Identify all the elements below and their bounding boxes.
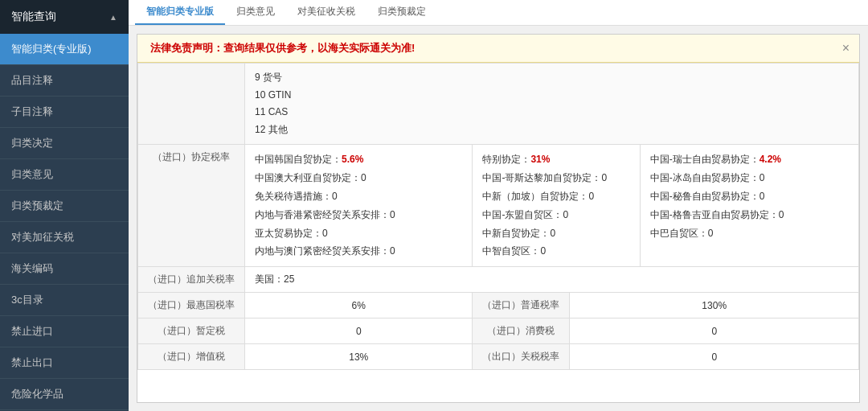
table-row-items: 9 货号10 GTIN11 CAS12 其他: [138, 64, 859, 145]
rate-line: 中国-瑞士自由贸易协定：4.2%: [650, 150, 849, 169]
table-row-additional-rate: （进口）追加关税率 美国：25: [138, 267, 859, 293]
disclaimer-text: 法律免责声明：查询结果仅供参考，以海关实际通关为准!: [137, 35, 859, 63]
tab-0[interactable]: 智能归类专业版: [135, 0, 225, 25]
rate-line: 亚太贸易协定：0: [255, 224, 462, 243]
rate-line: 内地与香港紧密经贸关系安排：0: [255, 206, 462, 224]
sidebar-item-5[interactable]: 归类预裁定: [0, 191, 129, 222]
modal-close-button[interactable]: ×: [842, 41, 850, 55]
sidebar-item-1[interactable]: 品目注释: [0, 65, 129, 97]
mfn-rate-header: （进口）最惠国税率: [138, 293, 245, 319]
protocol-rate-col3: 中国-瑞士自由贸易协定：4.2%中国-冰岛自由贸易协定：0中国-秘鲁自由贸易协定…: [640, 145, 858, 267]
rate-line: 中国韩国自贸协定：5.6%: [255, 150, 462, 169]
protocol-rate-col1: 中国韩国自贸协定：5.6%中国澳大利亚自贸协定：0免关税待遇措施：0内地与香港紧…: [245, 145, 473, 267]
general-rate-header: （进口）普通税率: [473, 293, 570, 319]
table-row-provisional-consumption: （进口）暂定税 0 （进口）消费税 0: [138, 319, 859, 344]
tab-2[interactable]: 对美征收关税: [286, 0, 366, 25]
rate-line: 中国澳大利亚自贸协定：0: [255, 169, 462, 187]
rate-line: 中国-冰岛自由贸易协定：0: [650, 169, 849, 187]
rate-line: 中国-哥斯达黎加自贸协定：0: [482, 169, 629, 187]
sidebar-item-7[interactable]: 海关编码: [0, 253, 129, 285]
vat-header: （进口）增值税: [138, 344, 245, 370]
modal: × 法律免责声明：查询结果仅供参考，以海关实际通关为准! 9 货号10 GTIN…: [137, 34, 860, 403]
rate-line: 中国-秘鲁自由贸易协定：0: [650, 187, 849, 206]
consumption-tax-value: 0: [570, 319, 859, 344]
export-rate-header: （出口）关税税率: [473, 344, 570, 370]
sidebar-header[interactable]: 智能查询 ▲: [0, 0, 129, 34]
list-item: 11 CAS: [255, 104, 849, 121]
list-item: 9 货号: [255, 69, 849, 87]
items-header-cell: [138, 64, 245, 145]
sidebar-item-4[interactable]: 归类意见: [0, 159, 129, 191]
modal-container: × 法律免责声明：查询结果仅供参考，以海关实际通关为准! 9 货号10 GTIN…: [129, 26, 868, 411]
rate-line: 内地与澳门紧密经贸关系安排：0: [255, 242, 462, 261]
additional-rate-value: 美国：25: [245, 267, 859, 293]
rate-line: 中国-东盟自贸区：0: [482, 206, 629, 224]
rate-line: 中新自贸协定：0: [482, 224, 629, 243]
provisional-tax-header: （进口）暂定税: [138, 319, 245, 344]
sidebar-item-10[interactable]: 禁止出口: [0, 347, 129, 379]
items-list-cell: 9 货号10 GTIN11 CAS12 其他: [245, 64, 859, 145]
data-table: 9 货号10 GTIN11 CAS12 其他 （进口）协定税率 中国韩国自贸协定…: [137, 63, 859, 370]
rate-line: 中巴自贸区：0: [650, 224, 849, 243]
additional-rate-header: （进口）追加关税率: [138, 267, 245, 293]
rate-line: 中国-格鲁吉亚自由贸易协定：0: [650, 206, 849, 224]
sidebar-title: 智能查询: [11, 10, 56, 24]
list-item: 12 其他: [255, 121, 849, 139]
provisional-tax-value: 0: [245, 319, 473, 344]
rate-line: 中智自贸区：0: [482, 242, 629, 261]
table-row-mfn-general: （进口）最惠国税率 6% （进口）普通税率 130%: [138, 293, 859, 319]
sidebar-item-6[interactable]: 对美加征关税: [0, 222, 129, 253]
general-rate-value: 130%: [570, 293, 859, 319]
sidebar-item-2[interactable]: 子目注释: [0, 97, 129, 128]
sidebar-item-8[interactable]: 3c目录: [0, 285, 129, 316]
sidebar-item-0[interactable]: 智能归类(专业版): [0, 34, 129, 65]
table-row-vat-export: （进口）增值税 13% （出口）关税税率 0: [138, 344, 859, 370]
sidebar-item-11[interactable]: 危险化学品: [0, 379, 129, 410]
list-item: 10 GTIN: [255, 87, 849, 105]
table-row-protocol-rate: （进口）协定税率 中国韩国自贸协定：5.6%中国澳大利亚自贸协定：0免关税待遇措…: [138, 145, 859, 267]
sidebar: 智能查询 ▲ 智能归类(专业版)品目注释子目注释归类决定归类意见归类预裁定对美加…: [0, 0, 129, 411]
protocol-rate-col2: 特别协定：31%中国-哥斯达黎加自贸协定：0中新（加坡）自贸协定：0中国-东盟自…: [473, 145, 640, 267]
rate-line: 免关税待遇措施：0: [255, 187, 462, 206]
consumption-tax-header: （进口）消费税: [473, 319, 570, 344]
rate-line: 特别协定：31%: [482, 150, 629, 169]
tab-1[interactable]: 归类意见: [225, 0, 286, 25]
protocol-rate-header: （进口）协定税率: [138, 145, 245, 267]
export-rate-value: 0: [570, 344, 859, 370]
main-content: 智能归类专业版归类意见对美征收关税归类预裁定 × 法律免责声明：查询结果仅供参考…: [129, 0, 868, 411]
tab-3[interactable]: 归类预裁定: [366, 0, 437, 25]
sidebar-collapse-icon[interactable]: ▲: [109, 13, 117, 22]
mfn-rate-value: 6%: [245, 293, 473, 319]
rate-line: 中新（加坡）自贸协定：0: [482, 187, 629, 206]
sidebar-item-9[interactable]: 禁止进口: [0, 316, 129, 347]
sidebar-item-3[interactable]: 归类决定: [0, 128, 129, 159]
vat-value: 13%: [245, 344, 473, 370]
tab-bar: 智能归类专业版归类意见对美征收关税归类预裁定: [129, 0, 868, 26]
